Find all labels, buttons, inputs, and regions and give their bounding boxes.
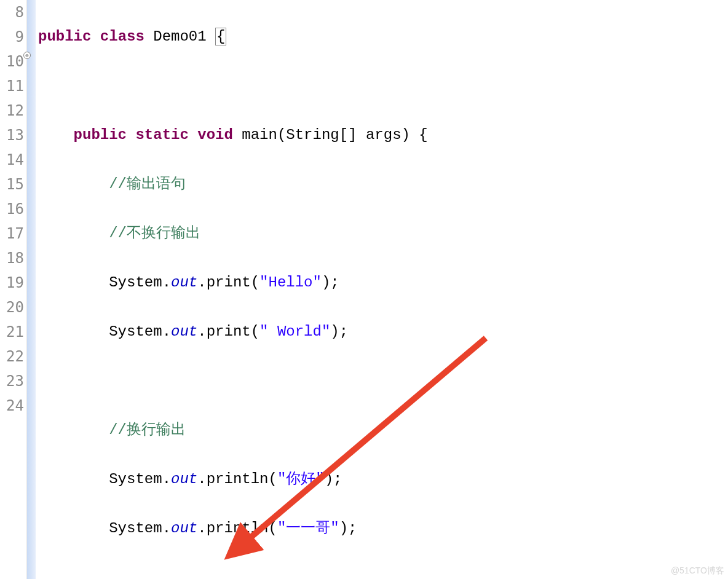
line-number: 18 bbox=[0, 246, 24, 270]
code-line: System.out.print(" World"); bbox=[38, 320, 728, 344]
code-line: System.out.println("一一哥"); bbox=[38, 516, 728, 541]
line-number: 20 bbox=[0, 295, 24, 320]
line-number: 8 bbox=[0, 0, 24, 25]
line-number: 12 bbox=[0, 98, 24, 123]
code-line bbox=[38, 369, 728, 393]
line-number: 22 bbox=[0, 344, 24, 369]
line-number: 13 bbox=[0, 123, 24, 148]
code-editor[interactable]: 8 9 10 ⊖ 11 12 13 14 15 16 17 18 19 20 2… bbox=[0, 0, 728, 579]
code-line: //输出语句 bbox=[38, 172, 728, 197]
fold-toggle-icon[interactable]: ⊖ bbox=[23, 52, 31, 59]
line-number: 19 bbox=[0, 270, 24, 295]
line-number: 24 bbox=[0, 393, 24, 418]
code-line: System.out.println("你好"); bbox=[38, 467, 728, 492]
line-number: 9 bbox=[0, 25, 24, 49]
code-line bbox=[38, 565, 728, 579]
line-number-gutter: 8 9 10 ⊖ 11 12 13 14 15 16 17 18 19 20 2… bbox=[0, 0, 27, 579]
line-number: 23 bbox=[0, 369, 24, 393]
watermark: @51CTO博客 bbox=[671, 565, 724, 577]
code-line: public class Demo01 { bbox=[38, 25, 728, 49]
line-number: 21 bbox=[0, 320, 24, 344]
code-line: System.out.print("Hello"); bbox=[38, 270, 728, 295]
line-number: 17 bbox=[0, 221, 24, 246]
code-content[interactable]: public class Demo01 { public static void… bbox=[36, 0, 728, 579]
open-brace: { bbox=[215, 28, 226, 45]
line-number: 14 bbox=[0, 148, 24, 172]
editor-ruler bbox=[27, 0, 36, 579]
code-line bbox=[38, 74, 728, 98]
code-line: //换行输出 bbox=[38, 418, 728, 443]
code-line: public static void main(String[] args) { bbox=[38, 123, 728, 148]
line-number: 15 bbox=[0, 172, 24, 197]
line-number: 16 bbox=[0, 197, 24, 221]
code-line: //不换行输出 bbox=[38, 221, 728, 246]
line-number: 10 ⊖ bbox=[0, 49, 24, 74]
line-number: 11 bbox=[0, 74, 24, 98]
